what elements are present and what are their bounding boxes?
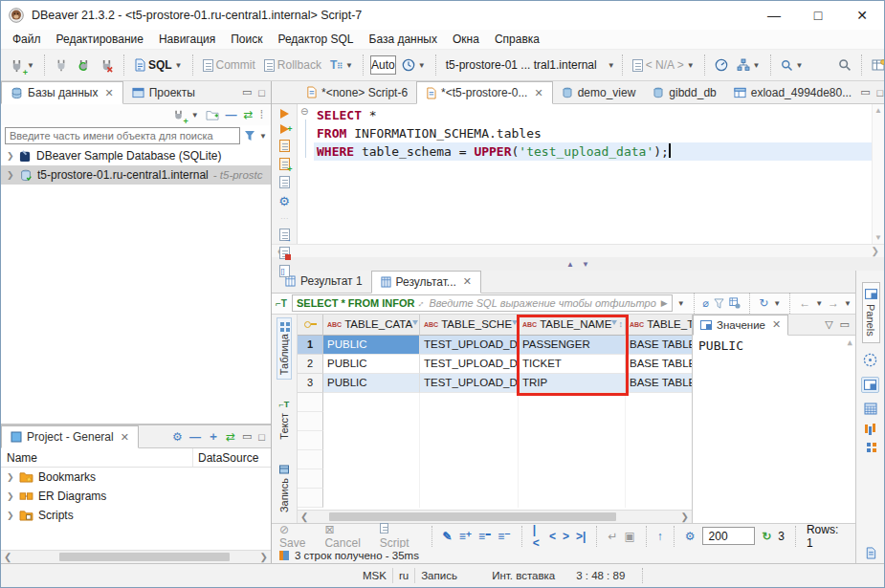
grid-cell[interactable]: TEST_UPLOAD_DAT xyxy=(420,355,519,374)
add-row-icon[interactable]: ≡⁺ xyxy=(459,530,472,543)
insert-mode-indicator[interactable]: Инт. вставка xyxy=(486,564,563,587)
column-sort-icon[interactable]: ↕ xyxy=(618,319,623,329)
project-item-scripts[interactable]: ❯ Scripts xyxy=(1,506,271,525)
row-mode-indicator[interactable]: Запись xyxy=(415,564,478,587)
code-line-1[interactable]: SELECT * xyxy=(314,106,872,124)
filter-input[interactable]: SELECT * FROM INFOR ↕ Введите SQL выраже… xyxy=(292,294,673,312)
prev-row-icon[interactable]: < xyxy=(549,530,556,543)
view-tab-record[interactable]: Запись xyxy=(277,460,292,517)
scroll-thumb[interactable] xyxy=(59,553,230,561)
sql-editor-button[interactable]: SQL▼ xyxy=(131,56,186,74)
menu-database[interactable]: База данных xyxy=(362,31,445,48)
tab-databases[interactable]: Базы данных ✕ xyxy=(1,81,123,104)
empty-cell[interactable] xyxy=(323,431,420,450)
commit-button[interactable]: Commit xyxy=(200,56,258,74)
column-datasource[interactable]: DataSource xyxy=(193,451,258,465)
chevron-down-icon[interactable]: ▼ xyxy=(773,299,781,308)
execute-script-icon[interactable] xyxy=(279,140,290,152)
editor-tab-gibdd-db[interactable]: gibdd_db xyxy=(644,81,724,103)
chevron-down-icon[interactable]: ▼ xyxy=(259,132,267,141)
grid-cell[interactable]: PUBLIC xyxy=(323,374,420,393)
column-filter-icon[interactable] xyxy=(512,320,518,328)
code-line-2[interactable]: FROM INFORMATION_SCHEMA.tables xyxy=(314,124,872,142)
tab-project-general[interactable]: Project - General ✕ xyxy=(1,425,139,448)
close-button[interactable]: ✕ xyxy=(840,1,884,30)
clear-filter-icon[interactable]: ⌀ xyxy=(703,297,710,310)
empty-cell[interactable] xyxy=(626,412,692,431)
refresh-icon[interactable]: ↻ xyxy=(759,296,768,310)
sash-down-icon[interactable]: ▼ xyxy=(582,260,589,269)
sql-code-area[interactable]: SELECT *FROM INFORMATION_SCHEMA.tablesWH… xyxy=(314,104,872,244)
dashboard-button[interactable] xyxy=(712,56,731,74)
grid-horizontal-scrollbar[interactable]: ❮ ❯ xyxy=(298,510,692,523)
empty-cell[interactable] xyxy=(420,412,519,431)
grid-cell[interactable]: BASE TABLE xyxy=(626,374,692,393)
project-item-bookmarks[interactable]: ❯ Bookmarks xyxy=(1,468,271,487)
column-filter-sort-icons[interactable]: ↕ xyxy=(611,319,623,329)
grid-cell[interactable]: TICKET xyxy=(519,355,626,374)
link-selection-icon[interactable]: ⇄ xyxy=(226,430,235,444)
empty-cell[interactable] xyxy=(626,393,692,412)
empty-cell[interactable] xyxy=(420,393,519,412)
empty-cell[interactable] xyxy=(420,489,519,508)
empty-cell[interactable] xyxy=(323,469,420,489)
grid-settings-icon[interactable] xyxy=(729,297,741,309)
scroll-right-icon[interactable]: ❯ xyxy=(260,552,268,562)
chevron-down-icon[interactable]: ▼ xyxy=(191,111,199,120)
row-number[interactable]: 1 xyxy=(298,336,323,355)
execute-script-new-icon[interactable] xyxy=(279,158,290,170)
grid-corner-cell[interactable] xyxy=(298,315,323,336)
grid-cell[interactable]: TEST_UPLOAD_DAT xyxy=(420,336,519,355)
nav-forward-icon[interactable]: → xyxy=(828,296,839,310)
execute-statement-icon[interactable] xyxy=(280,109,289,119)
quick-search-button[interactable] xyxy=(835,56,854,74)
expander-icon[interactable]: ❯ xyxy=(7,170,14,180)
maximize-button[interactable]: □ xyxy=(796,1,840,30)
empty-cell[interactable] xyxy=(519,469,626,489)
empty-cell[interactable] xyxy=(420,469,519,489)
column-filter-sort-icons[interactable]: ↕ xyxy=(412,319,420,329)
grid-cell[interactable]: PUBLIC xyxy=(323,355,420,374)
editor-tab-demo-view[interactable]: demo_view xyxy=(553,81,645,103)
scroll-thumb[interactable] xyxy=(329,512,616,521)
collapse-all-icon[interactable]: — xyxy=(189,430,201,444)
metadata-panel-icon[interactable] xyxy=(867,443,871,446)
edit-cell-icon[interactable]: ✎ xyxy=(443,530,453,543)
value-viewer-icon[interactable] xyxy=(863,353,877,367)
project-item-er-diagrams[interactable]: ❯ ER Diagrams xyxy=(1,487,271,506)
new-connection-button[interactable]: ▼ xyxy=(7,56,37,75)
save-button[interactable]: ⊘ Save xyxy=(279,523,318,550)
language-indicator[interactable]: ru xyxy=(393,564,414,587)
fold-collapse-icon[interactable]: ⊖ xyxy=(300,107,308,117)
output-blue-icon[interactable] xyxy=(865,547,876,559)
column-header-table_sche[interactable]: ABCTABLE_SCHE↕ xyxy=(420,315,519,336)
editor-tab-t5-prostore[interactable]: *<t5-prostore-0... ✕ xyxy=(416,81,553,104)
fetch-all-icon[interactable]: ▣ xyxy=(624,530,634,543)
next-row-icon[interactable]: > xyxy=(563,530,569,543)
fetch-page-icon[interactable]: ↵ xyxy=(608,530,617,543)
rollback-button[interactable]: Rollback xyxy=(261,56,324,74)
grid-cell[interactable]: PASSENGER xyxy=(519,336,626,355)
aggregate-panel-icon[interactable] xyxy=(865,425,868,433)
expander-icon[interactable]: ❯ xyxy=(7,472,14,482)
expander-icon[interactable]: ❯ xyxy=(7,491,14,501)
empty-cell[interactable] xyxy=(420,450,519,469)
empty-cell[interactable] xyxy=(626,489,692,508)
menu-edit[interactable]: Редактирование xyxy=(49,31,151,48)
sash-up-icon[interactable]: ▲ xyxy=(566,260,574,269)
first-row-icon[interactable]: |< xyxy=(533,523,542,550)
minimize-panel-icon[interactable]: ▭ xyxy=(840,318,850,331)
script-button[interactable]: Script xyxy=(380,523,421,550)
empty-cell[interactable] xyxy=(519,412,626,431)
grid-cell[interactable]: PUBLIC xyxy=(323,336,420,355)
tree-item-sample-database[interactable]: ❯ DBeaver Sample Database (SQLite) xyxy=(1,146,271,165)
menu-sql-editor[interactable]: Редактор SQL xyxy=(270,31,361,48)
gear-icon[interactable]: ⚙ xyxy=(278,194,290,208)
scroll-left-icon[interactable]: ❮ xyxy=(300,512,308,522)
gear-icon[interactable]: ⚙ xyxy=(172,430,183,444)
maximize-panel-icon[interactable]: □ xyxy=(258,431,265,443)
caret-position-indicator[interactable]: 3 : 48 : 89 xyxy=(570,564,631,587)
grid-cell[interactable]: BASE TABLE xyxy=(626,355,692,374)
empty-cell[interactable] xyxy=(323,450,420,469)
editor-results-sash[interactable]: ▲▼ xyxy=(272,257,884,271)
